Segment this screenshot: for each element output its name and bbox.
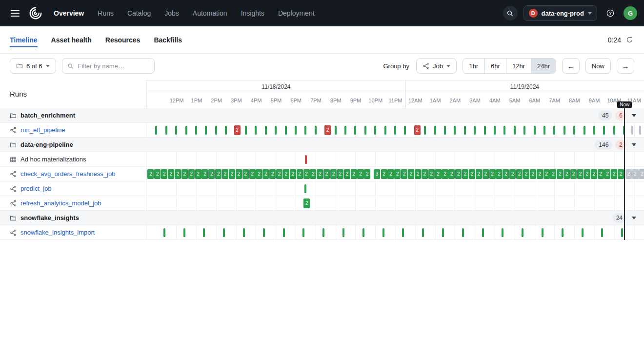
run-box-success[interactable]: 2 [310, 169, 316, 179]
run-box-success[interactable]: 2 [276, 169, 282, 179]
run-tick-success[interactable] [283, 228, 285, 237]
run-box-success[interactable]: 2 [249, 169, 256, 179]
run-box-success[interactable]: 2 [181, 169, 188, 179]
now-button[interactable]: Now [585, 58, 611, 74]
expand-toggle-icon[interactable] [630, 141, 638, 148]
run-box-failure[interactable]: 2 [414, 125, 421, 135]
run-box-success[interactable]: 2 [337, 169, 343, 179]
run-box-success[interactable]: 2 [208, 169, 215, 179]
run-box-success[interactable]: 2 [303, 199, 310, 208]
run-box-success[interactable]: 2 [523, 169, 529, 179]
prev-button[interactable]: ← [562, 58, 580, 74]
run-tick-success[interactable] [402, 228, 404, 237]
run-box-success[interactable]: 2 [344, 169, 350, 179]
job-link[interactable]: snowflake_insights_import [20, 229, 95, 236]
run-box-success[interactable]: 2 [570, 169, 577, 179]
range-12hr[interactable]: 12hr [506, 59, 531, 73]
run-box-success[interactable]: 2 [262, 169, 269, 179]
run-box-success[interactable]: 2 [188, 169, 195, 179]
run-tick-failure[interactable] [305, 155, 307, 164]
run-tick-success[interactable] [225, 126, 227, 135]
run-tick-success[interactable] [223, 228, 225, 237]
run-tick-success[interactable] [542, 228, 543, 237]
run-box-success[interactable]: 2 [256, 169, 262, 179]
avatar[interactable]: G [624, 6, 637, 20]
run-tick-success[interactable] [464, 126, 466, 135]
run-box-success[interactable]: 2 [537, 169, 543, 179]
run-tick-success[interactable] [444, 126, 446, 135]
run-tick-success[interactable] [613, 126, 615, 135]
run-tick-success[interactable] [263, 228, 265, 237]
run-tick-success[interactable] [342, 228, 344, 237]
run-box-success[interactable]: 2 [236, 169, 242, 179]
run-tick-success[interactable] [462, 228, 464, 237]
run-box-success[interactable]: 2 [269, 169, 276, 179]
run-box-success[interactable]: 2 [509, 169, 516, 179]
run-tick-success[interactable] [553, 126, 555, 135]
run-tick-success[interactable] [155, 126, 157, 135]
run-tick-success[interactable] [582, 228, 584, 237]
filter-input[interactable] [77, 62, 149, 70]
run-box-success[interactable]: 2 [496, 169, 502, 179]
run-box-success[interactable]: 2 [591, 169, 597, 179]
run-tick-success[interactable] [503, 126, 505, 135]
run-tick-success[interactable] [315, 126, 317, 135]
run-box-success[interactable]: 2 [550, 169, 556, 179]
run-tick-success[interactable] [434, 126, 436, 135]
next-button[interactable]: → [617, 58, 634, 74]
run-tick-success[interactable] [165, 126, 167, 135]
run-box-success[interactable]: 2 [598, 169, 604, 179]
run-box-success[interactable]: 2 [357, 169, 363, 179]
nav-item-automation[interactable]: Automation [193, 9, 227, 17]
run-box-success[interactable]: 2 [387, 169, 394, 179]
job-link[interactable]: refresh_analytics_model_job [20, 199, 101, 207]
run-box-success[interactable]: 2 [618, 169, 624, 179]
run-box-success[interactable]: 2 [422, 169, 428, 179]
run-tick-queued[interactable] [639, 126, 641, 135]
group-row-data-eng-pipeline[interactable]: data-eng-pipeline1462 [0, 138, 644, 152]
run-box-success[interactable]: 2 [161, 169, 167, 179]
run-tick-success[interactable] [362, 228, 364, 237]
expand-toggle-icon[interactable] [630, 215, 638, 221]
run-box-success[interactable]: 2 [175, 169, 181, 179]
run-tick-success[interactable] [245, 126, 247, 135]
run-box-success[interactable]: 2 [229, 169, 235, 179]
run-box-success[interactable]: 2 [147, 169, 154, 179]
run-box-success[interactable]: 2 [442, 169, 448, 179]
run-box-success[interactable]: 2 [462, 169, 468, 179]
job-link[interactable]: predict_job [20, 185, 52, 192]
nav-item-deployment[interactable]: Deployment [278, 9, 315, 17]
run-box-success[interactable]: 2 [489, 169, 496, 179]
run-tick-success[interactable] [295, 126, 297, 135]
run-box-success[interactable]: 2 [195, 169, 201, 179]
run-tick-success[interactable] [255, 126, 257, 135]
tab-asset-health[interactable]: Asset health [51, 36, 92, 44]
run-box-success[interactable]: 2 [364, 169, 370, 179]
run-box-success[interactable]: 2 [394, 169, 401, 179]
run-box-success[interactable]: 2 [435, 169, 442, 179]
run-box-success[interactable]: 2 [351, 169, 357, 179]
run-box-failure[interactable]: 2 [324, 125, 331, 135]
run-tick-success[interactable] [564, 126, 565, 135]
run-box-success[interactable]: 2 [516, 169, 523, 179]
run-box-success[interactable]: 2 [455, 169, 462, 179]
run-tick-success[interactable] [285, 126, 287, 135]
run-tick-success[interactable] [163, 228, 165, 237]
job-link[interactable]: Ad hoc materializations [20, 156, 86, 163]
run-tick-success[interactable] [302, 228, 304, 237]
tab-backfills[interactable]: Backfills [154, 36, 182, 44]
run-box-success[interactable]: 2 [543, 169, 550, 179]
run-tick-success[interactable] [304, 126, 306, 135]
run-tick-success[interactable] [384, 126, 386, 135]
run-tick-queued[interactable] [631, 126, 633, 135]
range-6hr[interactable]: 6hr [484, 59, 506, 73]
run-tick-success[interactable] [275, 126, 277, 135]
run-tick-success[interactable] [603, 126, 605, 135]
run-box-success[interactable]: 2 [323, 169, 330, 179]
menu-icon[interactable] [7, 5, 23, 21]
run-tick-success[interactable] [502, 228, 503, 237]
run-tick-success[interactable] [205, 126, 207, 135]
run-tick-success[interactable] [523, 126, 525, 135]
job-link[interactable]: check_avg_orders_freshness_job [20, 170, 115, 178]
refresh-icon[interactable] [625, 35, 634, 44]
